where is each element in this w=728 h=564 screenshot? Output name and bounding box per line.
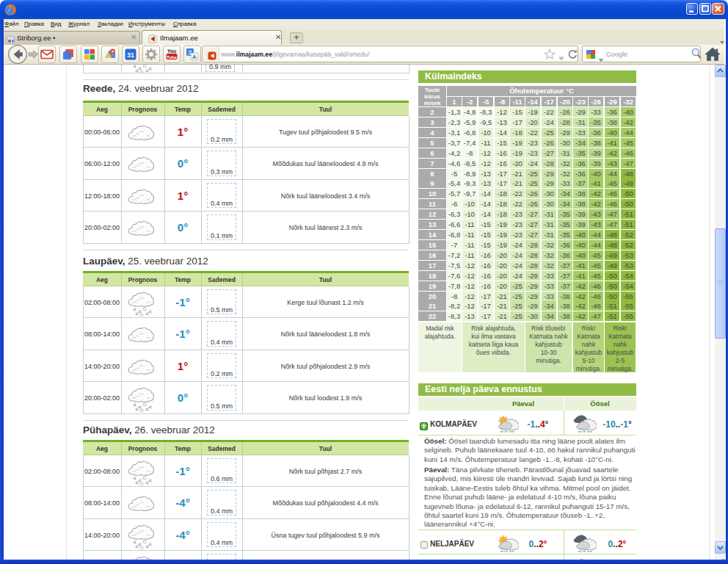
svg-text:Tube: Tube (167, 55, 178, 59)
svg-text:A: A (192, 54, 197, 60)
svg-text:You: You (167, 48, 176, 54)
svg-text:31: 31 (127, 51, 134, 59)
